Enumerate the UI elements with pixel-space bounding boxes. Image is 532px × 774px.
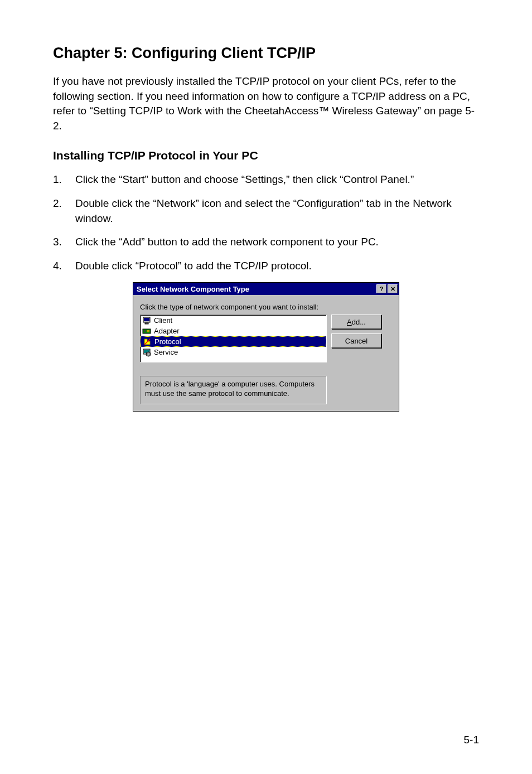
section-title: Installing TCP/IP Protocol in Your PC [53,149,479,162]
help-button[interactable]: ? [376,284,386,293]
list-item-service[interactable]: Service [141,347,326,357]
dialog-instruction: Click the type of network component you … [140,303,392,311]
step-number: 4. [53,259,75,274]
component-type-listbox[interactable]: Client Adapter Protocol [140,315,327,362]
chapter-title: Chapter 5: Configuring Client TCP/IP [53,45,479,62]
dialog-titlebar: Select Network Component Type ? ✕ [133,283,399,295]
cancel-button[interactable]: Cancel [331,333,381,348]
titlebar-controls: ? ✕ [375,284,398,293]
svg-rect-5 [147,330,149,332]
add-button-mnemonic: A [347,318,352,326]
service-icon [142,348,152,357]
step-1: 1. Click the “Start” button and choose “… [53,172,479,187]
component-description: Protocol is a 'language' a computer uses… [140,376,327,404]
close-button[interactable]: ✕ [388,284,398,293]
dialog-body: Click the type of network component you … [133,295,399,411]
svg-rect-2 [145,323,148,324]
intro-paragraph: If you have not previously installed the… [53,74,479,133]
select-network-component-dialog: Select Network Component Type ? ✕ Click … [133,282,399,412]
step-number: 3. [53,235,75,250]
step-number: 2. [53,196,75,226]
step-4: 4. Double click “Protocol” to add the TC… [53,259,479,274]
step-text: Double click “Protocol” to add the TCP/I… [75,259,479,274]
step-2: 2. Double click the “Network” icon and s… [53,196,479,226]
adapter-icon [142,327,152,336]
list-item-label: Service [154,348,178,356]
svg-rect-1 [144,318,149,321]
svg-rect-4 [144,330,146,332]
list-item-label: Protocol [154,337,181,346]
add-button[interactable]: Add... [331,315,381,329]
page-number: 5-1 [464,734,479,746]
step-text: Click the “Add” button to add the networ… [75,235,479,250]
step-number: 1. [53,172,75,187]
list-item-adapter[interactable]: Adapter [141,326,326,336]
list-item-label: Adapter [154,327,180,335]
list-item-label: Client [154,316,172,325]
add-button-suffix: dd... [352,318,366,326]
protocol-icon [142,337,152,346]
dialog-title: Select Network Component Type [136,285,249,293]
step-text: Double click the “Network” icon and sele… [75,196,479,226]
list-item-protocol[interactable]: Protocol [141,336,326,347]
svg-point-10 [148,353,149,355]
step-text: Click the “Start” button and choose “Set… [75,172,479,187]
client-icon [142,316,152,325]
step-3: 3. Click the “Add” button to add the net… [53,235,479,250]
list-item-client[interactable]: Client [141,315,326,326]
